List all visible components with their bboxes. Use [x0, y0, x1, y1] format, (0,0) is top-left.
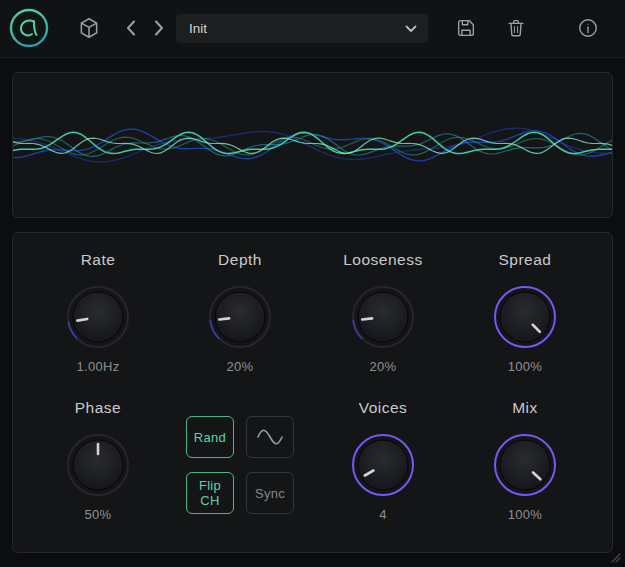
header-toolbar: Init [0, 0, 625, 58]
preset-selector[interactable]: Init [176, 14, 428, 43]
info-button[interactable] [577, 17, 599, 39]
plugin-window: Init [0, 0, 625, 567]
chevron-left-icon [122, 27, 140, 42]
depth-value: 20% [170, 359, 310, 374]
rate-label: Rate [28, 251, 168, 271]
rand-toggle-button[interactable]: Rand [186, 416, 234, 458]
voices-value: 4 [313, 507, 453, 522]
mix-value: 100% [455, 507, 595, 522]
flip-channels-toggle-button[interactable]: Flip CH [186, 472, 234, 514]
rand-label: Rand [194, 430, 226, 445]
resize-handle[interactable] [611, 553, 623, 565]
floppy-disk-icon [455, 27, 477, 42]
voices-label: Voices [313, 399, 453, 419]
delete-preset-button[interactable] [505, 17, 527, 39]
spread-label: Spread [455, 251, 595, 271]
next-preset-button[interactable] [150, 17, 168, 39]
mix-control: Mix 100% [455, 399, 595, 522]
previous-preset-button[interactable] [122, 17, 140, 39]
chevron-down-icon [405, 25, 417, 33]
spread-value: 100% [455, 359, 595, 374]
spread-knob[interactable] [490, 282, 560, 352]
looseness-value: 20% [313, 359, 453, 374]
rate-knob[interactable] [63, 282, 133, 352]
looseness-control: Looseness 20% [313, 251, 453, 374]
rate-control: Rate 1.00Hz [28, 251, 168, 374]
looseness-label: Looseness [313, 251, 453, 271]
depth-label: Depth [170, 251, 310, 271]
logo-ring-icon [11, 10, 47, 46]
spread-control: Spread 100% [455, 251, 595, 374]
wave-shape-button[interactable] [246, 416, 294, 458]
chevron-right-icon [150, 27, 168, 42]
phase-value: 50% [28, 507, 168, 522]
flip-ch-label: Flip CH [189, 478, 231, 508]
sync-toggle-button[interactable]: Sync [246, 472, 294, 514]
phase-knob[interactable] [63, 430, 133, 500]
trash-icon [505, 27, 527, 42]
phase-control: Phase 50% [28, 399, 168, 522]
sine-wave-icon [256, 427, 284, 447]
looseness-knob[interactable] [348, 282, 418, 352]
phase-label: Phase [28, 399, 168, 419]
info-circle-icon [577, 27, 599, 42]
sync-label: Sync [255, 486, 285, 501]
depth-knob[interactable] [205, 282, 275, 352]
depth-control: Depth 20% [170, 251, 310, 374]
cube-icon [77, 28, 101, 43]
random-preset-button[interactable] [77, 16, 101, 40]
controls-panel: Rate 1.00Hz Depth 20% Looseness 20% Spre… [12, 232, 613, 553]
mix-label: Mix [455, 399, 595, 419]
lfo-waveform-display [12, 72, 613, 218]
voices-control: Voices 4 [313, 399, 453, 522]
rate-value: 1.00Hz [28, 359, 168, 374]
preset-name: Init [189, 21, 207, 36]
lfo-waves [13, 73, 612, 217]
mix-knob[interactable] [490, 430, 560, 500]
voices-knob[interactable] [348, 430, 418, 500]
save-preset-button[interactable] [455, 17, 477, 39]
app-logo[interactable] [8, 7, 50, 49]
